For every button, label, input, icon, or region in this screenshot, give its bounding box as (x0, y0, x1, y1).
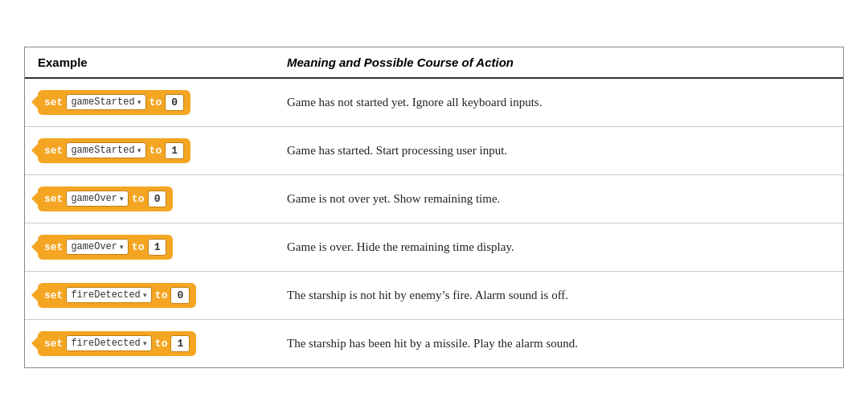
meaning-cell-2: Game is not over yet. Show remaining tim… (274, 174, 843, 223)
dropdown-arrow-icon: ▾ (120, 243, 124, 251)
table-row: setfireDetected▾to1The starship has been… (25, 319, 843, 367)
block-value-box: 1 (165, 142, 184, 159)
dropdown-arrow-icon: ▾ (143, 339, 147, 347)
scratch-block-3: setgameOver▾to1 (38, 235, 173, 260)
block-to-label: to (155, 289, 168, 301)
block-to-label: to (155, 338, 168, 350)
dropdown-arrow-icon: ▾ (143, 291, 147, 299)
column-header-example: Example (25, 47, 274, 78)
table-row: setgameOver▾to0Game is not over yet. Sho… (25, 174, 843, 223)
scratch-block-4: setfireDetected▾to0 (38, 283, 196, 308)
example-cell-3: setgameOver▾to1 (25, 223, 274, 271)
block-value-box: 0 (165, 94, 184, 111)
meaning-cell-1: Game has started. Start processing user … (274, 126, 843, 174)
block-variable-box: gameStarted▾ (66, 142, 145, 158)
meaning-cell-0: Game has not started yet. Ignore all key… (274, 78, 843, 127)
scratch-block-5: setfireDetected▾to1 (38, 331, 196, 356)
block-value-box: 0 (148, 191, 167, 207)
example-cell-2: setgameOver▾to0 (25, 174, 274, 223)
block-keyword: set (44, 241, 63, 253)
block-value-box: 1 (170, 335, 190, 352)
block-keyword: set (44, 145, 63, 157)
scratch-block-1: setgameStarted▾to1 (38, 138, 190, 163)
example-cell-4: setfireDetected▾to0 (25, 271, 274, 319)
meaning-cell-5: The starship has been hit by a missile. … (274, 319, 843, 367)
block-to-label: to (132, 241, 145, 253)
block-keyword: set (44, 96, 63, 109)
block-to-label: to (149, 96, 162, 109)
table-row: setfireDetected▾to0The starship is not h… (25, 271, 843, 319)
block-variable-name: gameOver (71, 193, 117, 204)
dropdown-arrow-icon: ▾ (137, 146, 141, 154)
block-value-box: 0 (170, 287, 190, 304)
table-row: setgameStarted▾to0Game has not started y… (25, 78, 843, 127)
example-cell-0: setgameStarted▾to0 (25, 78, 274, 127)
block-to-label: to (149, 145, 162, 157)
block-variable-box: gameOver▾ (66, 239, 129, 255)
table-row: setgameStarted▾to1Game has started. Star… (25, 126, 843, 174)
block-variable-box: gameStarted▾ (66, 94, 145, 110)
block-keyword: set (44, 193, 63, 205)
meaning-cell-3: Game is over. Hide the remaining time di… (274, 223, 843, 271)
block-to-label: to (132, 193, 145, 205)
block-variable-name: fireDetected (71, 338, 140, 349)
example-cell-1: setgameStarted▾to1 (25, 126, 274, 174)
block-value-box: 1 (148, 239, 167, 256)
block-variable-box: gameOver▾ (66, 191, 129, 207)
block-variable-name: fireDetected (71, 289, 140, 301)
main-table-container: Example Meaning and Possible Course of A… (24, 47, 844, 368)
table-header-row: Example Meaning and Possible Course of A… (25, 47, 843, 78)
scratch-block-0: setgameStarted▾to0 (38, 90, 190, 115)
dropdown-arrow-icon: ▾ (137, 98, 141, 106)
block-variable-name: gameOver (71, 241, 117, 252)
block-variable-name: gameStarted (71, 96, 134, 108)
scratch-block-2: setgameOver▾to0 (38, 187, 173, 211)
table-row: setgameOver▾to1Game is over. Hide the re… (25, 223, 843, 271)
examples-table: Example Meaning and Possible Course of A… (25, 47, 843, 367)
example-cell-5: setfireDetected▾to1 (25, 319, 274, 367)
block-keyword: set (44, 289, 63, 301)
block-variable-name: gameStarted (71, 145, 134, 156)
block-variable-box: fireDetected▾ (66, 335, 151, 351)
dropdown-arrow-icon: ▾ (120, 195, 124, 203)
meaning-cell-4: The starship is not hit by enemy’s fire.… (274, 271, 843, 319)
column-header-meaning: Meaning and Possible Course of Action (274, 47, 843, 78)
block-variable-box: fireDetected▾ (66, 287, 151, 303)
block-keyword: set (44, 338, 63, 350)
